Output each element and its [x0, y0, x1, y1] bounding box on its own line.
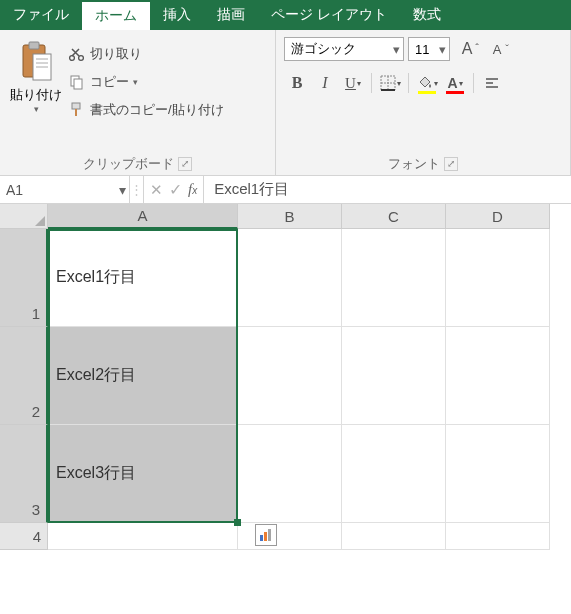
- paste-label: 貼り付け: [10, 86, 62, 104]
- font-name-value: 游ゴシック: [291, 40, 356, 58]
- tab-formulas[interactable]: 数式: [400, 0, 454, 30]
- cell-C4[interactable]: [342, 523, 446, 550]
- cell-B3[interactable]: [238, 425, 342, 523]
- row-header-4[interactable]: 4: [0, 523, 48, 550]
- formula-input[interactable]: Excel1行目: [204, 176, 571, 203]
- cell-C3[interactable]: [342, 425, 446, 523]
- quick-analysis-button[interactable]: [255, 524, 277, 546]
- tab-draw[interactable]: 描画: [204, 0, 258, 30]
- clipboard-launcher[interactable]: ⤢: [178, 157, 192, 171]
- tab-file[interactable]: ファイル: [0, 0, 82, 30]
- svg-rect-21: [268, 529, 271, 541]
- font-group-label: フォント: [388, 155, 440, 173]
- decrease-font-button[interactable]: Aˇ: [484, 36, 510, 62]
- column-headers: A B C D: [0, 204, 571, 229]
- group-clipboard: 貼り付け ▾ 切り取り コピー ▾ 書式のコピー/貼り付け: [0, 30, 276, 175]
- copy-button[interactable]: コピー ▾: [64, 68, 228, 96]
- svg-rect-11: [75, 109, 77, 116]
- copy-icon: [68, 73, 86, 91]
- cell-A4[interactable]: [48, 523, 238, 550]
- col-header-D[interactable]: D: [446, 204, 550, 229]
- dots: ⋮: [130, 176, 144, 203]
- copy-label: コピー: [90, 73, 129, 91]
- font-launcher[interactable]: ⤢: [444, 157, 458, 171]
- row-header-1[interactable]: 1: [0, 229, 48, 327]
- formula-bar: A1 ▾ ⋮ ✕ ✓ fx Excel1行目: [0, 176, 571, 204]
- cell-D3[interactable]: [446, 425, 550, 523]
- svg-rect-10: [72, 103, 80, 109]
- formula-value: Excel1行目: [214, 180, 289, 199]
- cut-button[interactable]: 切り取り: [64, 40, 228, 68]
- svg-point-7: [79, 56, 84, 61]
- chevron-down-icon: ▾: [393, 42, 400, 57]
- increase-font-button[interactable]: Aˆ: [454, 36, 480, 62]
- font-color-button[interactable]: A ▾: [442, 70, 468, 96]
- format-painter-label: 書式のコピー/貼り付け: [90, 101, 224, 119]
- cell-D4[interactable]: [446, 523, 550, 550]
- cell-D1[interactable]: [446, 229, 550, 327]
- cell-A2[interactable]: Excel2行目: [48, 327, 238, 425]
- cell-A3[interactable]: Excel3行目: [48, 425, 238, 523]
- col-header-A[interactable]: A: [48, 204, 238, 229]
- format-painter-button[interactable]: 書式のコピー/貼り付け: [64, 96, 228, 124]
- tab-page-layout[interactable]: ページ レイアウト: [258, 0, 400, 30]
- tab-insert[interactable]: 挿入: [150, 0, 204, 30]
- cell-A1[interactable]: Excel1行目: [48, 229, 238, 327]
- quick-analysis-icon: [259, 528, 273, 542]
- worksheet: A B C D 1 Excel1行目 2 Excel2行目 3 Excel3行目…: [0, 204, 571, 550]
- chevron-down-icon: ▾: [119, 182, 126, 198]
- tab-home[interactable]: ホーム: [82, 0, 150, 30]
- align-button[interactable]: [479, 70, 505, 96]
- borders-button[interactable]: ▾: [377, 70, 403, 96]
- select-all-corner[interactable]: [0, 204, 48, 229]
- svg-rect-9: [74, 79, 82, 89]
- row-header-2[interactable]: 2: [0, 327, 48, 425]
- font-name-select[interactable]: 游ゴシック ▾: [284, 37, 404, 61]
- ribbon-tabs: ファイル ホーム 挿入 描画 ページ レイアウト 数式: [0, 0, 571, 30]
- italic-button[interactable]: I: [312, 70, 338, 96]
- cell-C2[interactable]: [342, 327, 446, 425]
- cell-B1[interactable]: [238, 229, 342, 327]
- scissors-icon: [68, 45, 86, 63]
- enter-icon[interactable]: ✓: [169, 180, 182, 199]
- chevron-down-icon: ▾: [133, 77, 138, 87]
- cell-B2[interactable]: [238, 327, 342, 425]
- font-size-select[interactable]: 11 ▾: [408, 37, 450, 61]
- col-header-B[interactable]: B: [238, 204, 342, 229]
- borders-icon: [380, 75, 396, 91]
- row-header-3[interactable]: 3: [0, 425, 48, 523]
- formula-buttons: ✕ ✓ fx: [144, 176, 204, 203]
- clipboard-group-label: クリップボード: [83, 155, 174, 173]
- bucket-icon: [417, 75, 433, 91]
- name-box-value: A1: [6, 182, 23, 198]
- svg-rect-1: [29, 42, 39, 49]
- svg-rect-20: [264, 532, 267, 541]
- clipboard-icon: [19, 40, 53, 82]
- col-header-C[interactable]: C: [342, 204, 446, 229]
- cell-D2[interactable]: [446, 327, 550, 425]
- underline-button[interactable]: U▾: [340, 70, 366, 96]
- group-font: 游ゴシック ▾ 11 ▾ Aˆ Aˇ B I U▾ ▾: [276, 30, 571, 175]
- svg-point-6: [70, 56, 75, 61]
- paste-button[interactable]: 貼り付け ▾: [8, 36, 64, 124]
- cell-C1[interactable]: [342, 229, 446, 327]
- font-size-value: 11: [415, 42, 429, 57]
- fx-icon[interactable]: fx: [188, 181, 197, 198]
- ribbon: 貼り付け ▾ 切り取り コピー ▾ 書式のコピー/貼り付け: [0, 30, 571, 176]
- bold-button[interactable]: B: [284, 70, 310, 96]
- paintbrush-icon: [68, 101, 86, 119]
- chevron-down-icon: ▾: [34, 104, 39, 114]
- chevron-down-icon: ▾: [439, 42, 446, 57]
- cancel-icon[interactable]: ✕: [150, 181, 163, 199]
- align-left-icon: [484, 75, 500, 91]
- cut-label: 切り取り: [90, 45, 142, 63]
- cell-B4[interactable]: [238, 523, 342, 550]
- svg-rect-19: [260, 535, 263, 541]
- fill-handle[interactable]: [234, 519, 241, 526]
- fill-color-button[interactable]: ▾: [414, 70, 440, 96]
- name-box[interactable]: A1 ▾: [0, 176, 130, 203]
